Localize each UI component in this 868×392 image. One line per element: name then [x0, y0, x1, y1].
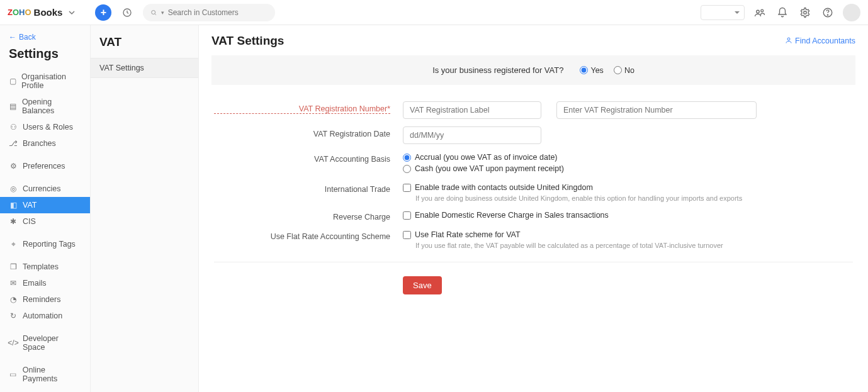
- page-title: VAT Settings: [211, 34, 284, 48]
- vat-accounting-basis-label: VAT Accounting Basis: [214, 152, 390, 164]
- subsection-item-vat-settings[interactable]: VAT Settings: [91, 58, 198, 78]
- card-icon: ▭: [9, 370, 18, 379]
- basis-accrual-radio[interactable]: [403, 154, 411, 162]
- flat-rate-hint: If you use flat rate, the VAT payable wi…: [403, 240, 853, 249]
- sidebar-item-automation[interactable]: ↻Automation: [0, 308, 90, 324]
- svg-point-6: [827, 14, 828, 15]
- vat-registered-no[interactable]: No: [614, 66, 634, 75]
- radio-yes[interactable]: [580, 66, 588, 74]
- refer-icon[interactable]: [752, 5, 767, 20]
- sidebar-item-reminders[interactable]: ◔Reminders: [0, 291, 90, 308]
- person-icon: [785, 36, 792, 46]
- cis-icon: ✱: [9, 217, 18, 226]
- sidebar-item-label: Branches: [23, 139, 56, 148]
- organization-selector[interactable]: [701, 5, 745, 20]
- intl-trade-hint: If you are doing business outside United…: [403, 193, 853, 202]
- sidebar-item-preferences[interactable]: ⚙Preferences: [0, 158, 90, 174]
- sidebar-item-web-tabs[interactable]: ▥Web Tabs: [0, 387, 90, 392]
- users-icon: ⚇: [9, 123, 18, 132]
- find-accountants-label: Find Accountants: [795, 36, 855, 45]
- vat-registered-yes[interactable]: Yes: [580, 66, 603, 75]
- reverse-charge-checkbox[interactable]: [403, 211, 411, 220]
- settings-gear-icon[interactable]: [798, 5, 813, 20]
- back-label: Back: [19, 33, 36, 42]
- svg-point-1: [152, 10, 155, 14]
- currency-icon: ◎: [9, 184, 18, 193]
- vat-registered-question: Is your business registered for VAT? Yes…: [211, 55, 855, 85]
- sidebar-item-label: Opening Balances: [22, 98, 81, 115]
- radio-no[interactable]: [614, 66, 622, 74]
- zoho-logo-icon: ZOHO: [8, 8, 31, 17]
- basis-cash-radio[interactable]: [403, 165, 411, 173]
- svg-point-2: [757, 10, 760, 13]
- back-link[interactable]: ← Back: [0, 33, 90, 42]
- sidebar-item-label: Developer Space: [23, 334, 81, 352]
- sidebar-item-label: Currencies: [23, 184, 60, 193]
- user-avatar[interactable]: [843, 4, 860, 21]
- sliders-icon: ⚙: [9, 162, 18, 171]
- content-area: VAT Settings Find Accountants Is your bu…: [199, 25, 868, 392]
- sidebar-item-currencies[interactable]: ◎Currencies: [0, 181, 90, 197]
- flat-rate-checkbox[interactable]: [403, 231, 411, 239]
- vat-reg-number-label: VAT Registration Number*: [214, 101, 390, 114]
- intl-trade-option-label: Enable trade with contacts outside Unite…: [415, 183, 593, 192]
- question-text: Is your business registered for VAT?: [432, 65, 563, 75]
- sidebar-item-online-payments[interactable]: ▭Online Payments: [0, 362, 90, 387]
- help-icon[interactable]: [820, 5, 835, 20]
- brand-text: Books: [34, 7, 63, 18]
- branch-icon: ⎇: [9, 139, 18, 148]
- reverse-charge-option-label: Enable Domestic Reverse Charge in Sales …: [415, 211, 609, 220]
- sidebar-item-label: Users & Roles: [23, 123, 73, 132]
- vat-reg-number-input[interactable]: [556, 101, 757, 119]
- settings-title: Settings: [0, 42, 90, 69]
- balance-icon: ▤: [9, 102, 17, 111]
- sidebar-item-label: Reporting Tags: [23, 240, 76, 249]
- sidebar-item-emails[interactable]: ✉Emails: [0, 275, 90, 291]
- notifications-icon[interactable]: [775, 5, 790, 20]
- basis-accrual-label: Accrual (you owe VAT as of invoice date): [415, 153, 558, 162]
- quick-add-button[interactable]: +: [95, 4, 111, 21]
- vat-reg-date-input[interactable]: [403, 126, 541, 144]
- vat-reg-date-label: VAT Registration Date: [214, 126, 390, 138]
- basis-cash-label: Cash (you owe VAT upon payment receipt): [415, 164, 564, 173]
- bell-icon: ◔: [9, 295, 18, 304]
- svg-point-4: [804, 11, 807, 14]
- sidebar-item-label: Organisation Profile: [21, 72, 81, 90]
- building-icon: ▢: [9, 77, 16, 86]
- find-accountants-link[interactable]: Find Accountants: [785, 36, 855, 46]
- sidebar-item-label: Emails: [23, 279, 47, 288]
- sidebar-item-reporting-tags[interactable]: ⌖Reporting Tags: [0, 236, 90, 252]
- search-input[interactable]: [168, 8, 268, 17]
- sidebar-item-branches[interactable]: ⎇Branches: [0, 135, 90, 152]
- brand[interactable]: ZOHO Books: [8, 7, 75, 18]
- recent-activity-button[interactable]: [119, 4, 135, 21]
- reverse-charge-label: Reverse Charge: [214, 210, 390, 221]
- sidebar-item-developer-space[interactable]: </>Developer Space: [0, 330, 90, 356]
- sidebar-item-organisation-profile[interactable]: ▢Organisation Profile: [0, 69, 90, 94]
- subsection-column: VAT VAT Settings: [91, 25, 199, 392]
- radio-yes-label: Yes: [590, 66, 603, 75]
- tax-icon: ◧: [9, 201, 18, 210]
- save-button[interactable]: Save: [403, 276, 442, 294]
- automation-icon: ↻: [9, 311, 18, 320]
- search-scope-caret-icon: ▾: [161, 9, 164, 16]
- sidebar-item-templates[interactable]: ❐Templates: [0, 259, 90, 275]
- sidebar-item-users-roles[interactable]: ⚇Users & Roles: [0, 119, 90, 135]
- sidebar-item-vat[interactable]: ◧VAT: [0, 197, 90, 213]
- tag-icon: ⌖: [9, 240, 18, 249]
- sidebar-item-label: Preferences: [23, 162, 65, 171]
- vat-reg-label-input[interactable]: [403, 101, 541, 119]
- chevron-down-icon: [69, 7, 75, 18]
- sidebar-item-opening-balances[interactable]: ▤Opening Balances: [0, 94, 90, 119]
- flat-rate-label: Use Flat Rate Accounting Scheme: [214, 229, 390, 241]
- search-box[interactable]: ▾: [143, 4, 275, 21]
- svg-point-7: [787, 38, 790, 40]
- search-icon: [150, 9, 157, 16]
- intl-trade-checkbox[interactable]: [403, 184, 411, 192]
- sidebar-item-label: Templates: [23, 262, 59, 271]
- top-bar: ZOHO Books + ▾: [0, 0, 868, 25]
- flat-rate-option-label: Use Flat Rate scheme for VAT: [415, 230, 521, 239]
- sidebar-item-label: VAT: [23, 201, 37, 210]
- sidebar-item-cis[interactable]: ✱CIS: [0, 213, 90, 230]
- sidebar-item-label: CIS: [23, 217, 36, 226]
